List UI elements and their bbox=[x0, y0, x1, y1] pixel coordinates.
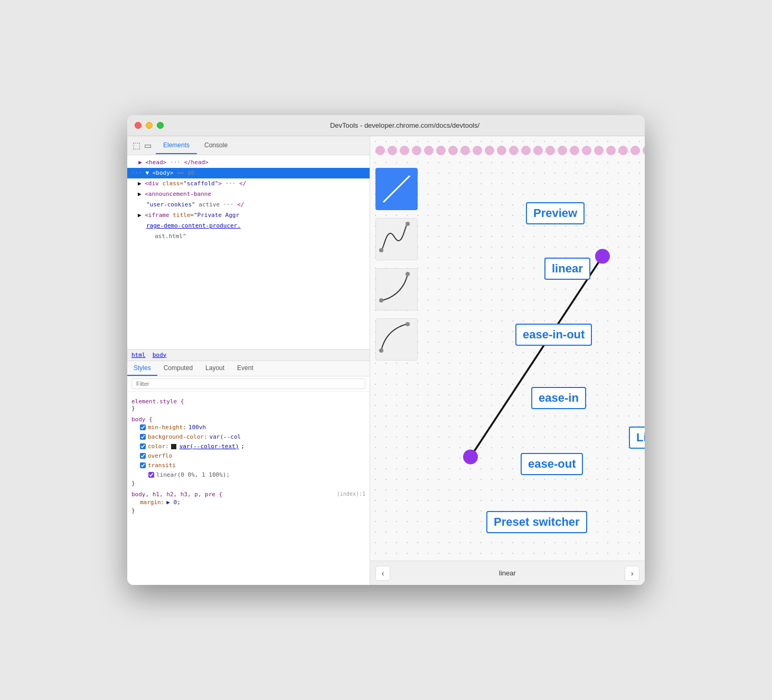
pink-dot bbox=[545, 146, 555, 155]
prev-icon: ‹ bbox=[382, 569, 384, 578]
ease-inout-preset[interactable] bbox=[375, 218, 418, 260]
color-swatch bbox=[171, 444, 176, 449]
device-icon[interactable]: ▭ bbox=[142, 140, 154, 152]
ease-in-curve-svg bbox=[376, 269, 413, 306]
control-point-bottom[interactable] bbox=[463, 450, 478, 465]
dom-ast-html: ast.html" bbox=[127, 231, 370, 242]
prop-overflow-name: overflo bbox=[148, 451, 172, 461]
prop-min-height-checkbox[interactable] bbox=[140, 424, 146, 430]
bottom-bar: ‹ linear › bbox=[370, 561, 645, 585]
dom-body[interactable]: ··· ▼ <body> == $0 bbox=[127, 168, 370, 178]
prop-color-checkbox[interactable] bbox=[140, 443, 146, 449]
filter-input[interactable] bbox=[131, 379, 365, 389]
svg-point-2 bbox=[406, 222, 410, 226]
svg-point-4 bbox=[406, 272, 410, 276]
css-rules: element.style { } body { min-height: 100… bbox=[127, 392, 370, 585]
traffic-lights bbox=[135, 122, 164, 129]
prop-background-color: background-color: var(--col bbox=[131, 432, 365, 442]
svg-line-0 bbox=[383, 176, 410, 202]
breadcrumb: html body bbox=[127, 349, 370, 361]
source-ref: (index):1 bbox=[337, 491, 365, 497]
dom-iframe[interactable]: ▶ <iframe title="Private Aggr bbox=[127, 210, 370, 221]
prop-linear-value: linear(0 0%, 1 100%); bbox=[131, 470, 365, 480]
preview-area: ‹ linear › Preview linear ease-in-out bbox=[370, 136, 645, 585]
ease-out-preset[interactable] bbox=[375, 318, 418, 361]
devtools-window: DevTools - developer.chrome.com/docs/dev… bbox=[127, 115, 645, 585]
pink-dot bbox=[606, 146, 616, 155]
tab-styles[interactable]: Styles bbox=[127, 361, 157, 376]
dom-head: ▶ <head> ··· </head> bbox=[127, 157, 370, 168]
tab-computed[interactable]: Computed bbox=[157, 361, 199, 376]
inspect-icon[interactable]: ⬚ bbox=[130, 140, 142, 152]
control-point-top[interactable] bbox=[595, 249, 610, 264]
prop-bg-color-checkbox[interactable] bbox=[140, 434, 146, 440]
maximize-button[interactable] bbox=[157, 122, 164, 129]
prop-min-height-val: 100vh bbox=[189, 423, 206, 432]
pink-dot bbox=[424, 146, 434, 155]
prop-color-name: color: bbox=[148, 442, 169, 451]
callout-linear: linear bbox=[544, 258, 590, 280]
prop-transition-name: transiti bbox=[148, 461, 176, 470]
linear-curve-svg bbox=[381, 173, 412, 205]
styles-tabs: Styles Computed Layout Event bbox=[127, 361, 370, 376]
rule-element-style-selector: element.style { bbox=[131, 398, 365, 405]
next-preset-button[interactable]: › bbox=[625, 566, 639, 581]
pink-dot bbox=[460, 146, 470, 155]
prop-overflow-checkbox[interactable] bbox=[140, 453, 146, 459]
prop-transition-checkbox[interactable] bbox=[140, 462, 146, 468]
prop-linear-val-checkbox[interactable] bbox=[148, 472, 154, 478]
filter-bar bbox=[127, 376, 370, 392]
rule-body-close: } bbox=[131, 480, 365, 487]
breadcrumb-html[interactable]: html bbox=[131, 352, 146, 358]
rule-body-h1-close: } bbox=[131, 507, 365, 514]
pink-dot bbox=[521, 146, 531, 155]
elements-panel: ▶ <head> ··· </head> ··· ▼ <body> == $0 … bbox=[127, 155, 370, 349]
ease-inout-curve-svg bbox=[376, 219, 413, 256]
pink-dot bbox=[485, 146, 494, 155]
tab-elements[interactable]: Elements bbox=[156, 137, 197, 154]
pink-dot bbox=[582, 146, 591, 155]
prop-bg-color-val: var(--col bbox=[210, 432, 241, 442]
callout-ease-in: ease-in bbox=[531, 387, 586, 409]
minimize-button[interactable] bbox=[146, 122, 153, 129]
svg-point-5 bbox=[379, 348, 383, 353]
pink-dot bbox=[448, 146, 458, 155]
pink-dot bbox=[594, 146, 604, 155]
callout-preview: Preview bbox=[526, 202, 585, 224]
devtools-body: ⬚ ▭ Elements Console ▶ <head> ··· </head… bbox=[127, 136, 645, 585]
pink-dot bbox=[570, 146, 579, 155]
pink-dot bbox=[509, 146, 519, 155]
prop-margin-name: margin: bbox=[140, 498, 164, 507]
dom-user-cookies: "user-cookies" active ··· </ bbox=[127, 200, 370, 210]
prev-preset-button[interactable]: ‹ bbox=[375, 566, 390, 581]
pink-dot bbox=[630, 146, 640, 155]
pink-dot bbox=[643, 146, 645, 155]
tab-event[interactable]: Event bbox=[231, 361, 260, 376]
rule-body-selector: body { bbox=[131, 416, 365, 423]
pink-dot bbox=[375, 146, 385, 155]
rule-element-style-close: } bbox=[131, 405, 365, 412]
pink-dot bbox=[618, 146, 628, 155]
dom-announcement[interactable]: ▶ <announcement-banne bbox=[127, 189, 370, 200]
callout-line-editor: Line editor bbox=[629, 427, 645, 449]
prop-min-height-name: min-height: bbox=[148, 423, 186, 432]
rule-body-h1-selector: body, h1, h2, h3, p, pre { (index):1 bbox=[131, 491, 365, 498]
breadcrumb-body[interactable]: body bbox=[153, 352, 167, 358]
close-button[interactable] bbox=[135, 122, 142, 129]
window-title: DevTools - developer.chrome.com/docs/dev… bbox=[172, 121, 637, 129]
prop-color-val[interactable]: var(--color-text) bbox=[180, 442, 239, 451]
pink-dot bbox=[558, 146, 567, 155]
linear-preset[interactable] bbox=[375, 168, 418, 210]
right-panel: ‹ linear › Preview linear ease-in-out bbox=[370, 136, 645, 585]
pink-dot bbox=[497, 146, 506, 155]
svg-point-3 bbox=[379, 298, 383, 302]
left-panel: ⬚ ▭ Elements Console ▶ <head> ··· </head… bbox=[127, 136, 370, 585]
pink-dot bbox=[388, 146, 397, 155]
tab-layout[interactable]: Layout bbox=[199, 361, 231, 376]
callout-ease-out: ease-out bbox=[521, 453, 583, 475]
tab-console[interactable]: Console bbox=[197, 137, 235, 154]
dom-div-scaffold[interactable]: ▶ <div class="scaffold"> ··· </ bbox=[127, 178, 370, 189]
prop-color: color: var(--color-text); bbox=[131, 442, 365, 451]
ease-out-curve-svg bbox=[376, 319, 413, 356]
ease-in-preset[interactable] bbox=[375, 268, 418, 310]
